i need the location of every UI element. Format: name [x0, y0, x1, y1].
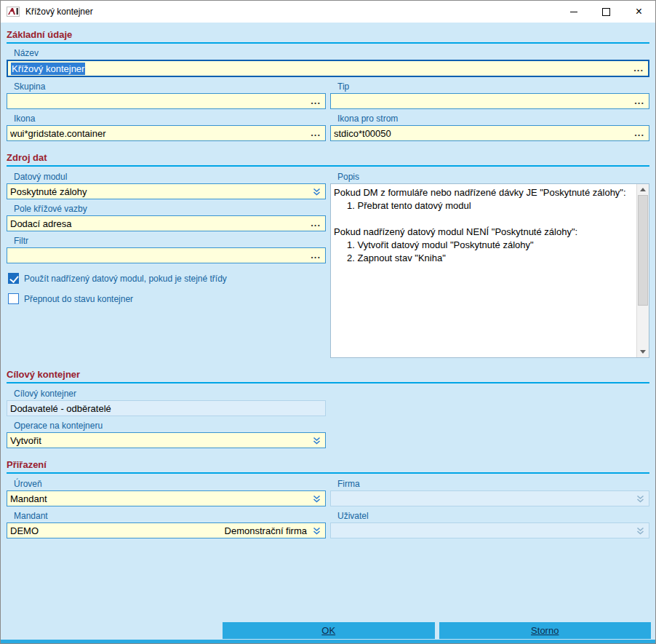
storno-button-label: Storno — [531, 625, 559, 636]
minimize-button[interactable] — [557, 1, 590, 23]
datovy-modul-dropdown-icon[interactable] — [310, 184, 323, 199]
pole-vazby-ellipsis-button[interactable]: ... — [308, 220, 323, 227]
ok-button[interactable]: OK — [223, 622, 435, 639]
popis-box: Pokud DM z formuláře nebo nadřízené dávk… — [330, 183, 649, 358]
switch-state-row: Přepnout do stavu kontejner — [8, 293, 326, 304]
uzivatel-combo — [330, 522, 649, 538]
uroven-combo[interactable]: Mandant — [7, 490, 326, 506]
nazev-label: Název — [14, 48, 649, 58]
section-basic-header: Základní údaje — [7, 24, 649, 44]
storno-button[interactable]: Storno — [439, 622, 652, 639]
use-parent-dm-checkbox[interactable] — [8, 273, 19, 284]
tip-field[interactable]: ... — [330, 93, 649, 109]
switch-state-label: Přepnout do stavu kontejner — [24, 294, 133, 304]
scrollbar-thumb[interactable] — [638, 195, 648, 306]
firma-combo — [330, 490, 649, 506]
nazev-field[interactable]: Křížový kontejner ... — [7, 60, 649, 77]
uroven-value: Mandant — [10, 493, 310, 504]
dialog-window: Křížový kontejner × Základní údaje Název… — [0, 0, 656, 644]
use-parent-dm-label: Použít nadřízený datový modul, pokud je … — [24, 274, 227, 284]
uzivatel-label: Uživatel — [337, 511, 649, 521]
filtr-field[interactable]: ... — [7, 247, 326, 263]
ikona-strom-field[interactable]: stdico*t00050 ... — [330, 125, 649, 141]
operace-combo[interactable]: Vytvořit — [7, 432, 326, 448]
pole-vazby-label: Pole křížové vazby — [14, 204, 326, 214]
tip-ellipsis-button[interactable]: ... — [632, 98, 647, 105]
app-icon — [7, 7, 20, 17]
ikona-value: wui*gridstate.container — [10, 128, 308, 139]
firma-label: Firma — [337, 479, 649, 489]
popis-text: Pokud DM z formuláře nebo nadřízené dávk… — [331, 184, 636, 357]
filtr-ellipsis-button[interactable]: ... — [308, 252, 323, 259]
mandant-value: DEMO — [10, 525, 225, 536]
skupina-ellipsis-button[interactable]: ... — [308, 98, 323, 105]
tip-label: Tip — [337, 82, 649, 92]
ok-button-label: OK — [321, 625, 335, 636]
cilovy-kontejner-label: Cílový kontejner — [14, 389, 326, 399]
pole-vazby-value: Dodací adresa — [10, 218, 308, 229]
popis-label: Popis — [337, 172, 649, 182]
skupina-label: Skupina — [14, 82, 326, 92]
maximize-button[interactable] — [590, 1, 623, 23]
skupina-field[interactable]: ... — [7, 93, 326, 109]
popis-scrollbar[interactable] — [636, 184, 649, 357]
caption-buttons: × — [557, 1, 655, 23]
close-icon: × — [636, 6, 642, 17]
datovy-modul-combo[interactable]: Poskytnuté zálohy — [7, 183, 326, 199]
bottom-accent-bar — [1, 640, 655, 643]
operace-dropdown-icon[interactable] — [310, 433, 323, 448]
ikona-strom-label: Ikona pro strom — [337, 114, 649, 124]
section-source-header: Zdroj dat — [7, 147, 649, 167]
firma-dropdown-icon — [633, 491, 647, 506]
close-button[interactable]: × — [623, 1, 655, 23]
scroll-up-icon — [640, 188, 646, 191]
ikona-strom-ellipsis-button[interactable]: ... — [632, 130, 647, 137]
scroll-down-button[interactable] — [637, 346, 649, 357]
cilovy-kontejner-field: Dodavatelé - odběratelé — [7, 400, 326, 416]
dialog-content: Základní údaje Název Křížový kontejner .… — [1, 23, 655, 643]
mandant-label: Mandant — [14, 511, 326, 521]
mandant-combo[interactable]: DEMO Demonstrační firma — [7, 522, 326, 538]
ikona-ellipsis-button[interactable]: ... — [308, 130, 323, 137]
ikona-field[interactable]: wui*gridstate.container ... — [7, 125, 326, 141]
section-assignment-header: Přiřazení — [7, 454, 649, 474]
nazev-value: Křížový kontejner — [11, 63, 85, 75]
switch-state-checkbox[interactable] — [8, 293, 19, 304]
nazev-ellipsis-button[interactable]: ... — [631, 65, 646, 72]
datovy-modul-value: Poskytnuté zálohy — [10, 186, 310, 197]
mandant-dropdown-icon[interactable] — [310, 523, 323, 538]
ikona-label: Ikona — [14, 114, 326, 124]
window-title: Křížový kontejner — [25, 7, 557, 17]
use-parent-dm-row: Použít nadřízený datový modul, pokud je … — [8, 273, 326, 284]
mandant-detail: Demonstrační firma — [225, 525, 307, 536]
scrollbar-track[interactable] — [637, 195, 649, 346]
datovy-modul-label: Datový modul — [14, 172, 326, 182]
pole-vazby-field[interactable]: Dodací adresa ... — [7, 215, 326, 231]
uzivatel-dropdown-icon — [633, 523, 647, 538]
footer-button-row: OK Storno — [1, 622, 655, 639]
section-target-header: Cílový kontejner — [7, 364, 649, 383]
operace-label: Operace na kontejneru — [14, 421, 326, 431]
ikona-strom-value: stdico*t00050 — [334, 128, 632, 139]
cilovy-kontejner-value: Dodavatelé - odběratelé — [10, 403, 323, 414]
uroven-dropdown-icon[interactable] — [310, 491, 323, 506]
filtr-label: Filtr — [14, 236, 326, 246]
title-bar: Křížový kontejner × — [1, 1, 655, 23]
uroven-label: Úroveň — [14, 479, 326, 489]
scroll-up-button[interactable] — [637, 184, 649, 195]
maximize-icon — [602, 8, 610, 16]
scroll-down-icon — [640, 350, 646, 354]
operace-value: Vytvořit — [10, 435, 310, 446]
minimize-icon — [570, 12, 577, 12]
